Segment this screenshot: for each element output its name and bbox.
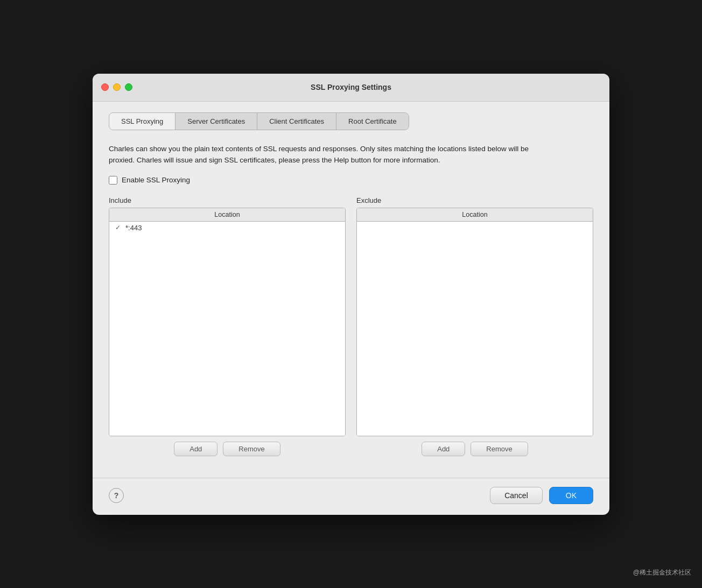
exclude-add-button[interactable]: Add <box>422 442 465 456</box>
include-column-header: Location <box>109 208 345 222</box>
cancel-button[interactable]: Cancel <box>490 487 543 504</box>
right-buttons: Cancel OK <box>490 487 593 504</box>
bottom-bar: ? Cancel OK <box>93 478 609 515</box>
tab-server-certificates[interactable]: Server Certificates <box>176 113 257 130</box>
titlebar: SSL Proxying Settings <box>93 74 609 102</box>
enable-ssl-checkbox[interactable] <box>109 176 117 185</box>
include-label: Include <box>109 196 346 204</box>
tab-root-certificate[interactable]: Root Certificate <box>336 113 409 130</box>
include-row-0[interactable]: ✓ *:443 <box>109 222 345 234</box>
maximize-button[interactable] <box>125 83 132 91</box>
description-text: Charles can show you the plain text cont… <box>109 143 550 166</box>
exclude-buttons: Add Remove <box>356 442 593 456</box>
include-row-0-check: ✓ <box>114 224 122 231</box>
exclude-label: Exclude <box>356 196 593 204</box>
exclude-column-header: Location <box>357 208 593 222</box>
tab-ssl-proxying[interactable]: SSL Proxying <box>109 113 176 130</box>
close-button[interactable] <box>101 83 109 91</box>
enable-ssl-row: Enable SSL Proxying <box>109 176 593 185</box>
help-button[interactable]: ? <box>109 488 124 503</box>
content-area: SSL Proxying Server Certificates Client … <box>93 102 609 472</box>
include-add-button[interactable]: Add <box>174 442 217 456</box>
include-table: Location ✓ *:443 <box>109 208 346 436</box>
traffic-lights <box>101 83 132 91</box>
enable-ssl-label[interactable]: Enable SSL Proxying <box>122 176 190 184</box>
tables-container: Include Location ✓ *:443 Add Remove <box>109 196 593 456</box>
tab-bar: SSL Proxying Server Certificates Client … <box>109 112 409 130</box>
include-buttons: Add Remove <box>109 442 346 456</box>
include-section: Include Location ✓ *:443 Add Remove <box>109 196 346 456</box>
watermark: @稀土掘金技术社区 <box>633 568 691 577</box>
include-row-0-location: *:443 <box>125 224 142 232</box>
minimize-button[interactable] <box>113 83 121 91</box>
include-remove-button[interactable]: Remove <box>223 442 280 456</box>
exclude-table: Location <box>356 208 593 436</box>
include-table-body[interactable]: ✓ *:443 <box>109 222 345 436</box>
window-title: SSL Proxying Settings <box>311 83 391 91</box>
main-window: SSL Proxying Settings SSL Proxying Serve… <box>93 74 609 515</box>
ok-button[interactable]: OK <box>549 487 593 504</box>
exclude-remove-button[interactable]: Remove <box>471 442 528 456</box>
exclude-section: Exclude Location Add Remove <box>356 196 593 456</box>
exclude-table-body[interactable] <box>357 222 593 436</box>
tab-client-certificates[interactable]: Client Certificates <box>257 113 336 130</box>
